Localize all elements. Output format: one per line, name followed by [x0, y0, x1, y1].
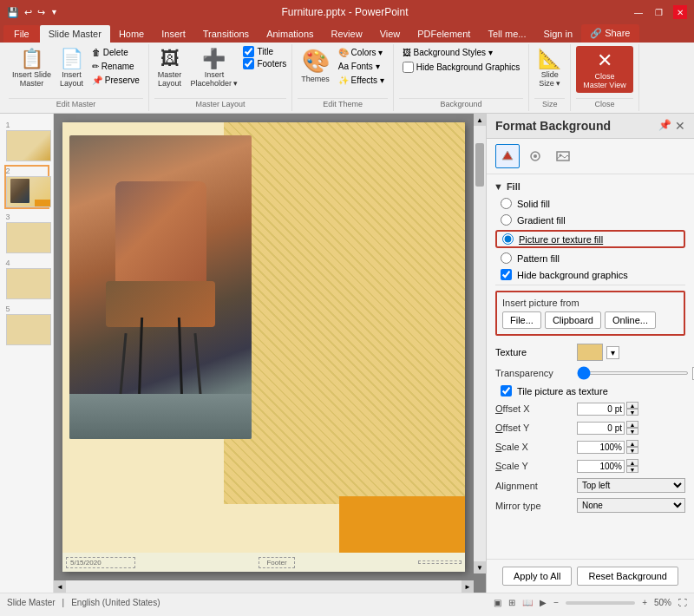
slide-thumb-1[interactable]: 1 [4, 119, 49, 163]
solid-fill-option[interactable]: Solid fill [487, 195, 694, 212]
effects-button[interactable]: ✨ Effects ▾ [335, 74, 388, 87]
restore-button[interactable]: ❐ [652, 5, 666, 19]
scale-y-up[interactable]: ▲ [626, 459, 638, 466]
tab-slide-master[interactable]: Slide Master [40, 25, 110, 43]
reset-background-button[interactable]: Reset Background [577, 567, 678, 586]
tile-option: Tile picture as texture [487, 383, 694, 399]
scroll-up-button[interactable]: ▲ [474, 114, 486, 126]
picture-fill-option[interactable]: Picture or texture fill [497, 232, 684, 246]
slide-thumb-3[interactable]: 3 [4, 211, 49, 255]
undo-icon[interactable]: ↩ [24, 7, 32, 18]
texture-preview [577, 344, 603, 361]
master-layout-button[interactable]: 🖼 MasterLayout [154, 46, 186, 89]
texture-dropdown-button[interactable]: ▾ [606, 346, 619, 359]
slide-thumb-4[interactable]: 4 [4, 257, 49, 301]
tab-review[interactable]: Review [323, 25, 371, 43]
slide-thumb-5[interactable]: 5 [4, 303, 49, 347]
tab-pdfelement[interactable]: PDFelement [409, 25, 479, 43]
alignment-select[interactable]: Top left Top Top right Left Center Right… [577, 478, 685, 493]
background-styles-button[interactable]: 🖼 Background Styles ▾ [399, 46, 524, 59]
scale-y-input[interactable] [577, 460, 625, 473]
picture-icon-button[interactable] [551, 144, 575, 168]
reading-view-icon[interactable]: 📖 [522, 598, 533, 607]
offset-y-up[interactable]: ▲ [626, 421, 638, 428]
offset-y-input[interactable] [577, 422, 625, 435]
picture-fill-radio[interactable] [502, 233, 514, 245]
colors-button[interactable]: 🎨 Colors ▾ [335, 46, 388, 59]
minimize-button[interactable]: — [632, 5, 645, 19]
delete-button[interactable]: 🗑 Delete [88, 46, 143, 59]
insert-slide-master-button[interactable]: 📋 Insert SlideMaster [9, 46, 55, 89]
themes-button[interactable]: 🎨 Themes [298, 46, 333, 85]
close-master-view-button[interactable]: ✕ CloseMaster View [576, 46, 632, 93]
zoom-in-button[interactable]: + [642, 598, 647, 607]
effects-icon-button[interactable] [523, 144, 547, 168]
slide-thumb-2[interactable]: 2 [4, 165, 49, 209]
panel-close-button[interactable]: ✕ [675, 119, 685, 133]
slide-size-button[interactable]: 📐 SlideSize ▾ [534, 46, 565, 89]
file-button[interactable]: File... [502, 311, 541, 329]
scale-y-down[interactable]: ▼ [626, 466, 638, 473]
tab-sign-in[interactable]: Sign in [534, 25, 581, 43]
tab-share[interactable]: 🔗 Share [581, 24, 638, 43]
insert-placeholder-button[interactable]: ➕ InsertPlaceholder ▾ [187, 46, 241, 89]
save-icon[interactable]: 💾 [7, 7, 19, 18]
gradient-fill-radio[interactable] [501, 214, 512, 226]
close-button[interactable]: ✕ [673, 5, 687, 19]
fill-section-header[interactable]: ▼ Fill [487, 178, 694, 195]
offset-x-up[interactable]: ▲ [626, 402, 638, 409]
panel-pin-button[interactable]: 📌 [658, 119, 671, 133]
tile-checkbox[interactable] [501, 385, 512, 396]
offset-x-down[interactable]: ▼ [626, 409, 638, 416]
slide-sorter-icon[interactable]: ⊞ [508, 598, 515, 607]
title-checkbox[interactable] [243, 46, 254, 57]
scale-x-input[interactable] [577, 441, 625, 454]
pattern-fill-radio[interactable] [501, 252, 512, 264]
scroll-down-button[interactable]: ▼ [474, 561, 486, 573]
scroll-right-button[interactable]: ► [462, 580, 474, 593]
offset-x-input[interactable] [577, 403, 625, 416]
tab-tell-me[interactable]: Tell me... [479, 25, 534, 43]
fill-icon-button[interactable] [495, 144, 520, 168]
transparency-slider[interactable] [577, 371, 689, 375]
scale-x-up[interactable]: ▲ [626, 440, 638, 447]
tab-transitions[interactable]: Transitions [194, 25, 258, 43]
offset-x-control: ▲ ▼ [577, 402, 638, 416]
hide-bg-checkbox[interactable] [501, 269, 512, 280]
gradient-fill-option[interactable]: Gradient fill [487, 212, 694, 228]
tab-home[interactable]: Home [110, 25, 153, 43]
slideshow-icon[interactable]: ▶ [540, 598, 547, 607]
rename-button[interactable]: ✏ Rename [88, 60, 143, 73]
solid-fill-radio[interactable] [501, 198, 512, 209]
title-checkbox-label: Title [257, 47, 273, 56]
tab-file[interactable]: File [3, 25, 40, 43]
status-right: ▣ ⊞ 📖 ▶ − + 50% ⛶ [494, 598, 687, 607]
mirror-type-select[interactable]: None Horizontal Vertical Both [577, 498, 685, 513]
scroll-thumb[interactable] [475, 143, 484, 187]
zoom-out-button[interactable]: − [553, 598, 559, 607]
offset-y-down[interactable]: ▼ [626, 428, 638, 435]
customize-icon[interactable]: ▼ [50, 8, 58, 16]
zoom-slider[interactable] [566, 601, 635, 605]
hide-bg-checkbox[interactable] [403, 62, 414, 73]
normal-view-icon[interactable]: ▣ [494, 598, 501, 607]
online-button[interactable]: Online... [605, 311, 656, 329]
horizontal-scrollbar[interactable]: ◄ ► [54, 580, 474, 593]
scroll-left-button[interactable]: ◄ [54, 580, 66, 593]
footers-checkbox[interactable] [243, 58, 254, 69]
apply-to-all-button[interactable]: Apply to All [502, 567, 572, 586]
scale-x-down[interactable]: ▼ [626, 447, 638, 454]
pattern-fill-option[interactable]: Pattern fill [487, 250, 694, 266]
tab-insert[interactable]: Insert [153, 25, 194, 43]
vertical-scrollbar[interactable]: ▲ ▼ [474, 114, 486, 573]
clipboard-button[interactable]: Clipboard [545, 311, 601, 329]
title-checkbox-row: Title [243, 46, 286, 57]
insert-layout-button[interactable]: 📄 InsertLayout [56, 46, 87, 89]
fonts-button[interactable]: Aa Fonts ▾ [335, 60, 388, 73]
redo-icon[interactable]: ↪ [37, 7, 45, 18]
fit-window-button[interactable]: ⛶ [678, 598, 687, 607]
tab-view[interactable]: View [371, 25, 409, 43]
master-layout-label: Master Layout [154, 98, 286, 109]
tab-animations[interactable]: Animations [258, 25, 322, 43]
preserve-button[interactable]: 📌 Preserve [88, 74, 143, 87]
